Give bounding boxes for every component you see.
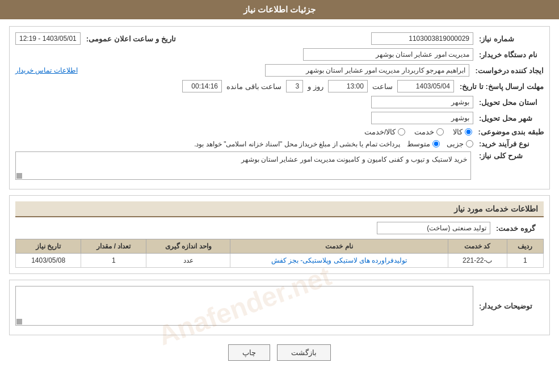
- description-label: شرح کلی نیاز:: [476, 151, 544, 160]
- col-header-row: ردیف: [507, 239, 543, 254]
- print-button[interactable]: چاپ: [228, 344, 270, 361]
- reply-days-label: روز و: [305, 82, 326, 91]
- service-group-label: گروه خدمت:: [493, 224, 544, 233]
- reply-date: 1403/05/04: [397, 80, 454, 92]
- cell-qty-1: 1: [81, 254, 146, 268]
- main-form: شماره نیاز: 1103003819000029 تاریخ و ساع…: [9, 26, 550, 189]
- reply-time-label: ساعت: [370, 82, 395, 91]
- category-label: طبقه بندی موضوعی:: [474, 128, 544, 136]
- radio-khedmat-label: خدمت: [414, 128, 434, 136]
- buyer-description-section: توضیحات خریدار: Anafender.net: [9, 280, 550, 335]
- buyer-desc-resize-handle[interactable]: [16, 319, 22, 324]
- category-radio-khedmat: خدمت: [414, 128, 444, 136]
- button-row: بازگشت چاپ: [9, 344, 550, 370]
- category-radio-kala-khedmat: کالا/خدمت: [364, 128, 406, 136]
- description-wrapper: خرید لاستیک و تیوب و کفنی کامیون و کامیو…: [15, 151, 471, 180]
- col-header-qty: تعداد / مقدار: [81, 239, 146, 254]
- row-buyer-org: نام دستگاه خریدار: مدیریت امور عشایر است…: [15, 48, 544, 61]
- radio-kala-khedmat-label: کالا/خدمت: [364, 128, 396, 136]
- col-header-unit: واحد اندازه گیری: [146, 239, 230, 254]
- page-container: جزئیات اطلاعات نیاز شماره نیاز: 11030038…: [0, 0, 559, 392]
- category-radio-group: کالا خدمت کالا/خدمت: [364, 128, 473, 136]
- services-table-container: ردیف کد خدمت نام خدمت واحد اندازه گیری ت…: [15, 239, 544, 268]
- purchase-type-label: نوع فرآیند خرید:: [476, 140, 544, 148]
- reply-time: 13:00: [328, 80, 368, 92]
- services-section: اطلاعات خدمات مورد نیاز گروه خدمت: تولید…: [9, 195, 550, 274]
- radio-kala-khedmat-input[interactable]: [398, 128, 405, 136]
- cell-name-1: تولیدفراورده های لاستیکی وپلاستیکی- بجز …: [230, 254, 448, 268]
- purchase-note: پرداخت تمام یا بخشی از مبلغ خریداز محل "…: [194, 140, 400, 148]
- page-title: جزئیات اطلاعات نیاز: [0, 0, 559, 19]
- services-title: اطلاعات خدمات مورد نیاز: [15, 201, 544, 217]
- radio-jozei-label: جزیی: [447, 140, 464, 148]
- radio-jozei-input[interactable]: [466, 140, 473, 147]
- services-table: ردیف کد خدمت نام خدمت واحد اندازه گیری ت…: [15, 239, 544, 268]
- radio-motavasset-input[interactable]: [432, 140, 440, 147]
- buyer-description-value: Anafender.net: [15, 286, 473, 326]
- buyer-org-value: مدیریت امور عشایر استان بوشهر: [303, 48, 473, 61]
- category-radio-kala: کالا: [453, 128, 472, 136]
- row-purchase-type: نوع فرآیند خرید: جزیی متوسط پرداخت تمام …: [15, 140, 544, 148]
- neeaz-number-label: شماره نیاز:: [476, 35, 544, 43]
- buyer-description-wrapper: Anafender.net: [15, 286, 473, 326]
- table-body: 1 ب-22-221 تولیدفراورده های لاستیکی وپلا…: [16, 254, 544, 268]
- cell-code-1: ب-22-221: [448, 254, 507, 268]
- reply-days: 3: [286, 80, 303, 92]
- row-service-group: گروه خدمت: تولید صنعتی (ساخت): [15, 222, 544, 234]
- creator-value: ابراهیم مهرجو کاربردار مدیریت امور عشایر…: [265, 64, 469, 77]
- table-row: 1 ب-22-221 تولیدفراورده های لاستیکی وپلا…: [16, 254, 544, 268]
- back-button[interactable]: بازگشت: [277, 344, 331, 361]
- reply-remaining-label: ساعت باقی مانده: [224, 82, 284, 91]
- cell-date-1: 1403/05/08: [16, 254, 81, 268]
- description-value: خرید لاستیک و تیوب و کفنی کامیون و کامیو…: [15, 151, 471, 180]
- city-label: شهر محل تحویل:: [476, 114, 544, 123]
- service-name-link[interactable]: تولیدفراورده های لاستیکی وپلاستیکی- بجز …: [271, 256, 407, 264]
- col-header-name: نام خدمت: [230, 239, 448, 254]
- row-creator: ایجاد کننده درخواست: ابراهیم مهرجو کاربر…: [15, 64, 544, 77]
- row-description: شرح کلی نیاز: خرید لاستیک و تیوب و کفنی …: [15, 151, 544, 180]
- purchase-type-motavasset: متوسط: [407, 140, 440, 148]
- radio-kala-input[interactable]: [465, 128, 472, 136]
- buyer-description-label: توضیحات خریدار:: [476, 302, 544, 310]
- province-label: استان محل تحویل:: [476, 98, 544, 107]
- cell-row-1: 1: [507, 254, 543, 268]
- creator-label: ایجاد کننده درخواست:: [472, 66, 544, 75]
- purchase-type-options: جزیی متوسط پرداخت تمام یا بخشی از مبلغ خ…: [194, 140, 473, 148]
- date-label: تاریخ و ساعت اعلان عمومی:: [83, 35, 176, 43]
- purchase-type-jozei: جزیی: [447, 140, 473, 148]
- radio-motavasset-label: متوسط: [407, 140, 430, 148]
- row-category: طبقه بندی موضوعی: کالا خدمت کالا/خدمت: [15, 128, 544, 136]
- neeaz-number-value: 1103003819000029: [371, 32, 473, 45]
- cell-unit-1: عدد: [146, 254, 230, 268]
- date-value: 1403/05/01 - 12:19: [15, 32, 81, 45]
- row-buyer-desc: توضیحات خریدار: Anafender.net: [15, 286, 544, 326]
- service-group-value: تولید صنعتی (ساخت): [377, 222, 490, 234]
- province-value: بوشهر: [371, 96, 473, 108]
- radio-khedmat-input[interactable]: [436, 128, 444, 136]
- buyer-org-label: نام دستگاه خریدار:: [476, 50, 544, 59]
- radio-kala-label: کالا: [453, 128, 463, 136]
- reply-deadline-label: مهلت ارسال پاسخ: تا تاریخ:: [456, 82, 544, 91]
- resize-handle[interactable]: [16, 173, 22, 179]
- row-province: استان محل تحویل: بوشهر: [15, 96, 544, 108]
- contact-link[interactable]: اطلاعات تماس خریدار: [15, 66, 78, 74]
- city-value: بوشهر: [371, 112, 473, 124]
- row-reply-deadline: مهلت ارسال پاسخ: تا تاریخ: 1403/05/04 سا…: [15, 80, 544, 92]
- table-header: ردیف کد خدمت نام خدمت واحد اندازه گیری ت…: [16, 239, 544, 254]
- col-header-code: کد خدمت: [448, 239, 507, 254]
- col-header-date: تاریخ نیاز: [16, 239, 81, 254]
- reply-remaining: 00:14:16: [182, 80, 222, 92]
- row-neeaz-date: شماره نیاز: 1103003819000029 تاریخ و ساع…: [15, 32, 544, 45]
- row-city: شهر محل تحویل: بوشهر: [15, 112, 544, 124]
- content-area: شماره نیاز: 1103003819000029 تاریخ و ساع…: [0, 19, 559, 377]
